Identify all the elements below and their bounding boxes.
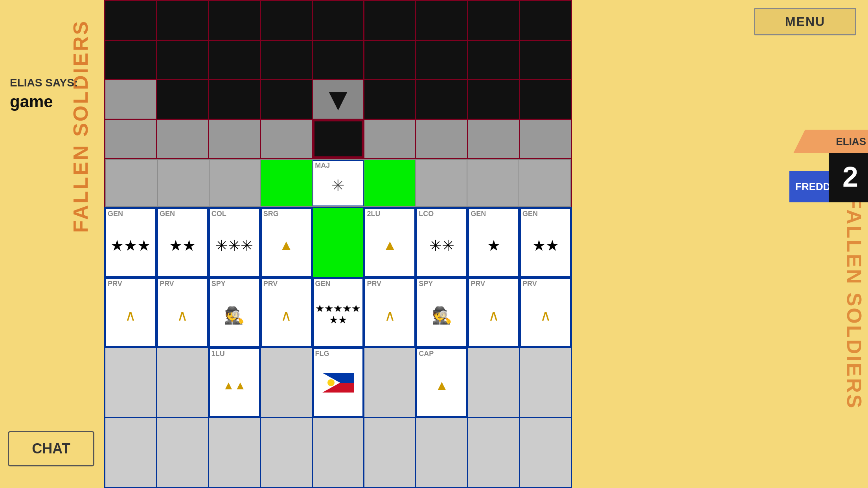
cell-0-6[interactable] [416,1,467,40]
cell-2-7[interactable] [468,80,519,119]
bot-2-5-empty[interactable] [364,348,415,417]
cell-1-5[interactable] [364,41,415,79]
bot-3-4-empty[interactable] [313,418,364,487]
srg-sym: ▲ [279,237,294,254]
bot-1-7-prv[interactable]: PRV ∧ [468,278,519,347]
cell-1-6[interactable] [416,41,467,79]
bot-3-3-empty[interactable] [261,418,312,487]
cell-1-0[interactable] [105,41,156,79]
bot-1-1-prv[interactable]: PRV ∧ [157,278,208,347]
prv1-sym: ∧ [177,307,188,324]
srg-rank: SRG [263,210,279,218]
cell-0-8[interactable] [520,1,571,40]
cell-0-3[interactable] [261,1,312,40]
cell-1-8[interactable] [520,41,571,79]
bot-2-1-empty[interactable] [157,348,208,417]
bot-0-5-2lu[interactable]: 2LU ▲ [364,208,415,277]
elias-message: game [10,92,53,111]
spy0-rank: SPY [211,280,226,288]
bot-1-8-prv[interactable]: PRV ∧ [520,278,571,347]
bot-2-2-1lu[interactable]: 1LU ▲▲ [209,348,260,417]
bot-1-5-prv[interactable]: PRV ∧ [364,278,415,347]
cell-3-5[interactable] [364,120,415,158]
fallen-soldiers-left-text: FALLEN SOLDIERS [69,20,92,233]
mid-4-maj[interactable]: MAJ ✳ [313,160,363,206]
cell-0-1[interactable] [157,1,208,40]
cell-3-6[interactable] [416,120,467,158]
cell-3-3[interactable] [261,120,312,158]
bot-0-4-green[interactable] [313,208,364,277]
cap-sym: ▲ [435,378,449,393]
mid-8[interactable] [519,160,570,206]
bot-0-8-gen2b[interactable]: GEN ★★ [520,208,571,277]
mid-5-green[interactable] [364,160,415,206]
cell-3-8[interactable] [520,120,571,158]
cell-0-2[interactable] [209,1,260,40]
cell-2-8[interactable] [520,80,571,119]
bot-3-2-empty[interactable] [209,418,260,487]
1lu-sym: ▲▲ [223,379,246,392]
cell-3-0[interactable] [105,120,156,158]
bot-2-6-cap[interactable]: CAP ▲ [416,348,467,417]
chat-button[interactable]: CHAT [8,431,94,466]
bot-3-6-empty[interactable] [416,418,467,487]
cell-0-5[interactable] [364,1,415,40]
col-rank: COL [211,210,226,218]
cell-0-4[interactable] [313,1,364,40]
mid-3-green[interactable] [261,160,312,206]
cell-3-1[interactable] [157,120,208,158]
bot-3-7-empty[interactable] [468,418,519,487]
bot-3-0-empty[interactable] [105,418,156,487]
bot-3-5-empty[interactable] [364,418,415,487]
flg-rank: FLG [315,350,329,358]
bot-0-7-gen1[interactable]: GEN ★ [468,208,519,277]
bot-1-3-prv[interactable]: PRV ∧ [261,278,312,347]
bot-1-0-prv[interactable]: PRV ∧ [105,278,156,347]
bot-0-6-lco[interactable]: LCO ✳✳ [416,208,467,277]
menu-button[interactable]: MENU [754,8,856,35]
bot-0-2-col[interactable]: COL ✳✳✳ [209,208,260,277]
cell-3-7[interactable] [468,120,519,158]
cell-2-2[interactable] [209,80,260,119]
prv1-rank: PRV [160,280,174,288]
cell-3-4-selected[interactable] [313,120,364,158]
bot-1-4-gen5[interactable]: GEN ★★★★★ ★★ [313,278,364,347]
bot-1-6-spy[interactable]: SPY 🕵 [416,278,467,347]
cell-1-4[interactable] [313,41,364,79]
cell-1-3[interactable] [261,41,312,79]
cell-0-0[interactable] [105,1,156,40]
mid-7[interactable] [467,160,518,206]
cell-2-3[interactable] [261,80,312,119]
bot-2-7-empty[interactable] [468,348,519,417]
gen2b-sym: ★★ [532,237,559,254]
cell-2-1[interactable] [157,80,208,119]
cell-0-7[interactable] [468,1,519,40]
cell-2-6[interactable] [416,80,467,119]
bot-1-2-spy[interactable]: SPY 🕵 [209,278,260,347]
prv7-rank: PRV [471,280,485,288]
cell-2-4-arrow[interactable]: ▼ [313,80,364,119]
gen1-sym: ★ [487,237,500,254]
bot-2-3-empty[interactable] [261,348,312,417]
bot-0-3-srg[interactable]: SRG ▲ [261,208,312,277]
spy0-sym: 🕵 [224,306,245,325]
mid-0[interactable] [106,160,157,206]
bot-2-0-empty[interactable] [105,348,156,417]
bot-3-1-empty[interactable] [157,418,208,487]
mid-6[interactable] [416,160,467,206]
cell-1-1[interactable] [157,41,208,79]
mid-2[interactable] [210,160,260,206]
gen5-rank: GEN [315,280,331,288]
bot-3-8-empty[interactable] [520,418,571,487]
cell-2-0[interactable] [105,80,156,119]
bot-2-4-flag[interactable]: FLG [313,348,364,417]
cell-1-2[interactable] [209,41,260,79]
bot-0-1-gen2[interactable]: GEN ★★ [157,208,208,277]
bot-2-8-empty[interactable] [520,348,571,417]
cell-3-2[interactable] [209,120,260,158]
mid-1[interactable] [158,160,208,206]
cell-2-5[interactable] [364,80,415,119]
cell-1-7[interactable] [468,41,519,79]
prv8-rank: PRV [522,280,537,288]
bot-0-0-gen3[interactable]: GEN ★★★ [105,208,156,277]
